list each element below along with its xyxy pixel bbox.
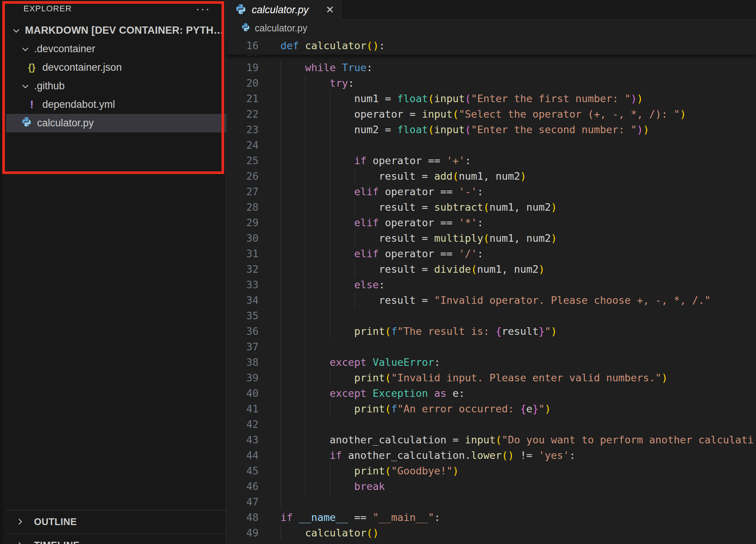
code-line-46[interactable]: 46 break	[227, 479, 756, 494]
sidebar-item-markdown-dev-container-pytho[interactable]: MARKDOWN [DEV CONTAINER: PYTHO...	[6, 21, 227, 40]
editor-tab-bar: calculator.py ✕	[227, 0, 756, 20]
sidebar-item-dependabot-yml[interactable]: !dependabot.yml	[6, 95, 227, 114]
line-number[interactable]: 41	[227, 401, 259, 417]
code-line-24[interactable]: 24	[227, 137, 756, 153]
sidebar-item-devcontainer-json[interactable]: {}devcontainer.json	[6, 58, 227, 77]
chevron-right-icon	[15, 517, 25, 527]
code-line-40[interactable]: 40 except Exception as e:	[227, 385, 756, 401]
line-number[interactable]: 23	[227, 122, 259, 137]
line-number[interactable]: 47	[227, 494, 259, 510]
code-line-37[interactable]: 37	[227, 339, 756, 354]
line-number[interactable]: 30	[227, 230, 259, 246]
line-number[interactable]: 29	[227, 215, 259, 230]
chevron-right-icon	[15, 541, 25, 544]
code-line-27[interactable]: 27 elif operator == '-':	[227, 184, 756, 199]
line-number[interactable]: 19	[227, 60, 259, 75]
line-number[interactable]: 22	[227, 106, 259, 122]
line-number[interactable]: 37	[227, 339, 259, 354]
line-number[interactable]: 39	[227, 370, 259, 385]
dependabot-icon: !	[26, 98, 38, 111]
code-line-30[interactable]: 30 result = multiply(num1, num2)	[227, 230, 756, 246]
breadcrumb-file-label: calculator.py	[255, 23, 307, 34]
code-line-43[interactable]: 43 another_calculation = input("Do you w…	[227, 432, 756, 448]
line-number: 16	[227, 38, 259, 53]
sidebar-item-github[interactable]: .github	[6, 77, 227, 95]
line-number[interactable]: 32	[227, 261, 259, 277]
code-line-22[interactable]: 22 operator = input("Select the operator…	[227, 106, 756, 122]
sidebar-editor-divider	[226, 0, 226, 544]
code-line-31[interactable]: 31 elif operator == '/':	[227, 246, 756, 261]
code-line-20[interactable]: 20 try:	[227, 75, 756, 91]
code-line-47[interactable]: 47	[227, 494, 756, 510]
code-line-21[interactable]: 21 num1 = float(input("Enter the first n…	[227, 91, 756, 106]
sticky-scroll-line[interactable]: 16def calculator():	[227, 36, 756, 55]
sidebar-item-calculator-py[interactable]: calculator.py	[6, 114, 227, 132]
line-number[interactable]: 40	[227, 385, 259, 401]
line-number[interactable]: 50	[227, 541, 259, 544]
code-line-34[interactable]: 34 result = "Invalid operator. Please ch…	[227, 292, 756, 308]
code-line-25[interactable]: 25 if operator == '+':	[227, 153, 756, 168]
line-number[interactable]: 27	[227, 184, 259, 199]
code-line-38[interactable]: 38 except ValueError:	[227, 354, 756, 370]
code-line-35[interactable]: 35	[227, 308, 756, 323]
line-number[interactable]: 49	[227, 525, 259, 541]
line-number[interactable]: 20	[227, 75, 259, 91]
code-line-19[interactable]: 19 while True:	[227, 60, 756, 75]
line-number[interactable]: 24	[227, 137, 259, 153]
explorer-sidebar: EXPLORER ··· MARKDOWN [DEV CONTAINER: PY…	[0, 0, 227, 544]
code-line-45[interactable]: 45 print("Goodbye!")	[227, 463, 756, 479]
tab-calculator-py[interactable]: calculator.py ✕	[227, 0, 342, 20]
code-line-32[interactable]: 32 result = divide(num1, num2)	[227, 261, 756, 277]
editor-pane[interactable]: 1819 while True:20 try:21 num1 = float(i…	[227, 0, 756, 544]
more-actions-icon[interactable]: ···	[196, 7, 211, 11]
python-icon	[241, 23, 250, 33]
outline-label: OUTLINE	[34, 516, 77, 527]
code-area[interactable]: 1819 while True:20 try:21 num1 = float(i…	[227, 0, 756, 544]
python-icon	[235, 3, 246, 16]
timeline-section-header[interactable]: TIMELINE	[6, 533, 227, 544]
line-number[interactable]: 44	[227, 448, 259, 463]
tab-bar-border	[342, 19, 756, 20]
line-number[interactable]: 28	[227, 199, 259, 215]
line-number[interactable]: 34	[227, 292, 259, 308]
python-icon	[235, 3, 246, 15]
close-icon[interactable]: ✕	[325, 4, 334, 16]
line-number[interactable]: 38	[227, 354, 259, 370]
code-line-39[interactable]: 39 print("Invalid input. Please enter va…	[227, 370, 756, 385]
code-line-28[interactable]: 28 result = subtract(num1, num2)	[227, 199, 756, 215]
chevron-down-icon	[12, 26, 21, 35]
line-number[interactable]: 48	[227, 510, 259, 525]
code-line-23[interactable]: 23 num2 = float(input("Enter the second …	[227, 122, 756, 137]
line-number[interactable]: 35	[227, 308, 259, 323]
python-icon	[21, 117, 32, 127]
chevron-right-icon	[15, 540, 25, 544]
code-line-36[interactable]: 36 print(f"The result is: {result}")	[227, 323, 756, 339]
outline-section-header[interactable]: OUTLINE	[6, 510, 227, 533]
code-line-50[interactable]: 50	[227, 541, 756, 544]
line-number[interactable]: 45	[227, 463, 259, 479]
code-line-26[interactable]: 26 result = add(num1, num2)	[227, 168, 756, 184]
sidebar-item-devcontainer[interactable]: .devcontainer	[6, 40, 227, 58]
line-number[interactable]: 33	[227, 277, 259, 292]
code-line-49[interactable]: 49 calculator()	[227, 525, 756, 541]
chevron-down-icon	[21, 45, 30, 54]
sticky-code-line-16[interactable]: 16def calculator():	[227, 38, 756, 53]
code-line-41[interactable]: 41 print(f"An error occurred: {e}")	[227, 401, 756, 417]
line-number[interactable]: 31	[227, 246, 259, 261]
code-line-44[interactable]: 44 if another_calculation.lower() != 'ye…	[227, 448, 756, 463]
code-line-48[interactable]: 48if __name__ == "__main__":	[227, 510, 756, 525]
line-number[interactable]: 26	[227, 168, 259, 184]
line-number[interactable]: 43	[227, 432, 259, 448]
chevron-down-icon	[21, 82, 30, 91]
chevron-right-icon	[15, 517, 25, 526]
code-line-29[interactable]: 29 elif operator == '*':	[227, 215, 756, 230]
line-number[interactable]: 46	[227, 479, 259, 494]
file-tree: MARKDOWN [DEV CONTAINER: PYTHO....devcon…	[6, 21, 227, 132]
line-number[interactable]: 36	[227, 323, 259, 339]
line-number[interactable]: 25	[227, 153, 259, 168]
line-number[interactable]: 42	[227, 417, 259, 432]
line-number[interactable]: 21	[227, 91, 259, 106]
code-line-33[interactable]: 33 else:	[227, 277, 756, 292]
code-line-42[interactable]: 42	[227, 417, 756, 432]
breadcrumb[interactable]: calculator.py	[227, 20, 756, 36]
